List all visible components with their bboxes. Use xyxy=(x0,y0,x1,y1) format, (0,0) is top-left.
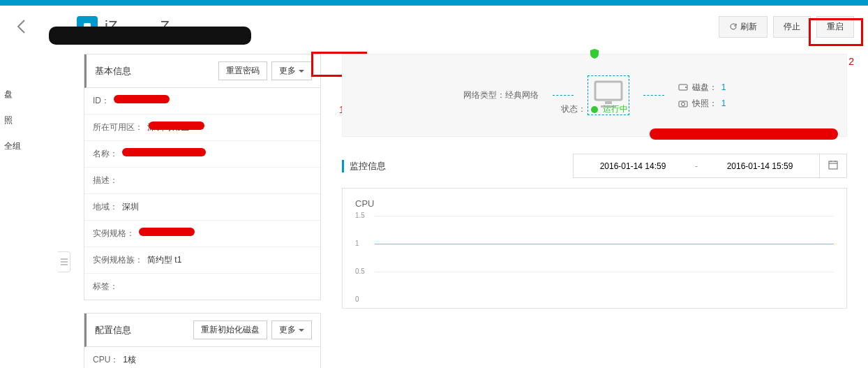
calendar-icon xyxy=(828,160,838,170)
calendar-button[interactable] xyxy=(819,154,846,177)
basic-info-panel: 基本信息 重置密码 更多 ID： 所在可用区： 深圳可用区A xyxy=(84,54,321,300)
sidebar-item-security-group[interactable]: 全组 xyxy=(0,133,28,159)
redacted-scribble xyxy=(122,148,206,156)
refresh-button[interactable]: 刷新 xyxy=(719,16,768,38)
dash-line xyxy=(643,95,664,96)
disk-link[interactable]: 磁盘： 1 xyxy=(678,82,726,94)
shield-icon xyxy=(590,48,599,59)
info-row-region: 地域： 深圳 xyxy=(84,194,320,221)
status-panel: 网络类型：经典网络 磁盘： xyxy=(342,54,847,137)
redacted-scribble xyxy=(114,95,170,103)
info-row-name: 名称： xyxy=(84,141,320,168)
redacted-scribble xyxy=(139,228,195,236)
date-sep: - xyxy=(692,161,701,171)
config-info-panel: 配置信息 重新初始化磁盘 更多 CPU： 1核 xyxy=(84,313,321,368)
snapshot-link[interactable]: 快照： 1 xyxy=(678,98,726,110)
cpu-chart-panel: CPU 1.5 1 0.5 0 xyxy=(342,188,847,309)
reset-password-button[interactable]: 重置密码 xyxy=(218,61,267,80)
status-row: 状态： 运行中 xyxy=(371,103,818,115)
config-info-title: 配置信息 xyxy=(95,324,131,337)
date-from-input[interactable] xyxy=(574,156,692,177)
restart-button[interactable]: 重启 xyxy=(816,16,854,38)
info-row-desc: 描述： xyxy=(84,168,320,194)
svg-point-6 xyxy=(681,103,684,106)
config-more-button[interactable]: 更多 xyxy=(271,321,312,339)
info-row-spec-family: 实例规格族： 简约型 t1 xyxy=(84,247,320,274)
annotation-label-2: 2 xyxy=(848,56,854,67)
status-dot-icon xyxy=(591,106,598,113)
svg-rect-0 xyxy=(595,82,622,100)
back-button[interactable] xyxy=(7,13,35,41)
basic-more-button[interactable]: 更多 xyxy=(271,61,312,80)
sidebar-item-disk[interactable]: 盘 xyxy=(0,82,28,108)
svg-point-4 xyxy=(685,87,687,88)
info-row-tags: 标签： xyxy=(84,274,320,300)
camera-icon xyxy=(678,98,688,108)
svg-rect-7 xyxy=(829,161,837,169)
redacted-scribble xyxy=(650,128,838,140)
info-row-cpu: CPU： 1核 xyxy=(84,347,320,368)
net-type-label: 网络类型：经典网络 xyxy=(463,89,539,101)
dash-line xyxy=(553,95,574,96)
sidebar-item-snapshot[interactable]: 照 xyxy=(0,108,28,133)
reinit-disk-button[interactable]: 重新初始化磁盘 xyxy=(193,321,267,339)
chart-title: CPU xyxy=(355,198,834,209)
info-row-id: ID： xyxy=(84,88,320,115)
info-row-zone: 所在可用区： 深圳可用区A xyxy=(84,115,320,141)
annotation-scribble xyxy=(49,27,251,45)
redacted-scribble xyxy=(149,122,204,130)
refresh-icon xyxy=(729,22,738,31)
monitor-title: 监控信息 xyxy=(342,160,386,172)
date-to-input[interactable] xyxy=(701,156,819,177)
toggle-sidebar-button[interactable] xyxy=(58,251,70,272)
date-range-picker[interactable]: - xyxy=(573,154,847,178)
basic-info-title: 基本信息 xyxy=(95,65,131,78)
info-row-spec: 实例规格： xyxy=(84,221,320,247)
disk-icon xyxy=(678,82,688,92)
stop-button[interactable]: 停止 xyxy=(773,16,811,38)
cpu-chart: 1.5 1 0.5 0 xyxy=(355,214,834,298)
